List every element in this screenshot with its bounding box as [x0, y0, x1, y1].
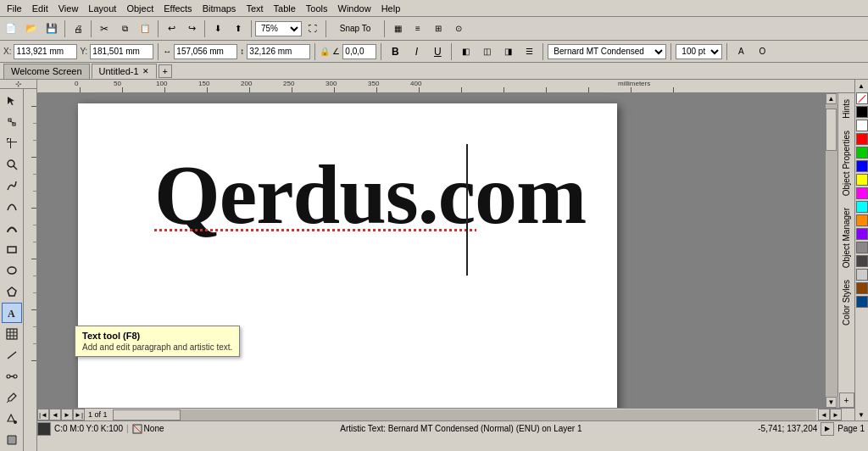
- width-input[interactable]: [174, 44, 237, 59]
- paste-button[interactable]: 📋: [136, 19, 154, 38]
- import-button[interactable]: ⬇: [209, 19, 227, 38]
- height-input[interactable]: [247, 44, 310, 59]
- align-justify-button[interactable]: ☰: [520, 42, 538, 61]
- vertical-scrollbar[interactable]: ▲ ▼: [825, 93, 837, 408]
- bold-button[interactable]: B: [386, 42, 404, 61]
- next-page-button[interactable]: ►: [61, 409, 73, 420]
- color-styles-tab[interactable]: Color Styles: [839, 274, 854, 331]
- menu-help[interactable]: Help: [376, 2, 406, 15]
- menu-bitmaps[interactable]: Bitmaps: [198, 2, 242, 15]
- scroll-track-horizontal[interactable]: [113, 409, 816, 420]
- color-yellow[interactable]: [856, 174, 868, 186]
- color-none[interactable]: [856, 92, 868, 104]
- font-select[interactable]: Bernard MT Condensed: [548, 44, 666, 59]
- parallel-dimension-tool[interactable]: [2, 345, 22, 365]
- tab-untitled[interactable]: Untitled-1 ✕: [92, 64, 157, 79]
- scroll-down-button[interactable]: ▼: [826, 397, 837, 408]
- save-button[interactable]: 💾: [42, 19, 61, 38]
- color-magenta[interactable]: [856, 187, 868, 199]
- font-size-select[interactable]: 100 pt72 pt48 pt: [676, 44, 722, 59]
- italic-button[interactable]: I: [407, 42, 426, 61]
- zoom-tool[interactable]: [2, 154, 22, 175]
- scroll-track-vertical[interactable]: [826, 104, 837, 397]
- bezier-tool[interactable]: [2, 197, 22, 217]
- open-button[interactable]: 📂: [22, 19, 41, 38]
- menu-table[interactable]: Table: [269, 2, 301, 15]
- rectangle-tool[interactable]: [2, 239, 22, 259]
- underline-button[interactable]: U: [428, 42, 447, 61]
- scroll-thumb-horizontal[interactable]: [113, 409, 181, 420]
- scroll-up-button[interactable]: ▲: [826, 93, 837, 104]
- new-button[interactable]: 📄: [2, 19, 20, 38]
- fill-tool[interactable]: [2, 409, 22, 429]
- color-white[interactable]: [856, 120, 868, 131]
- status-info-button[interactable]: ▶: [821, 422, 834, 436]
- text-oval-button[interactable]: O: [753, 42, 771, 61]
- color-brown[interactable]: [856, 282, 868, 294]
- palette-scroll-down[interactable]: ▼: [855, 409, 867, 420]
- menu-tools[interactable]: Tools: [301, 2, 333, 15]
- palette-scroll-up[interactable]: ▲: [855, 80, 867, 92]
- smart-fill-tool[interactable]: [2, 430, 22, 450]
- eyedropper-tool[interactable]: [2, 387, 22, 408]
- node-tool[interactable]: [2, 112, 22, 132]
- text-tool[interactable]: A: [2, 303, 22, 323]
- color-red[interactable]: [856, 133, 868, 145]
- color-purple[interactable]: [856, 228, 868, 240]
- color-green[interactable]: [856, 147, 868, 159]
- object-manager-tab[interactable]: Object Manager: [839, 202, 854, 274]
- print-button[interactable]: 🖨: [69, 19, 87, 38]
- color-orange[interactable]: [856, 214, 868, 226]
- tab-welcome[interactable]: Welcome Screen: [3, 64, 90, 79]
- menu-view[interactable]: View: [53, 2, 84, 15]
- cut-button[interactable]: ✂: [95, 19, 114, 38]
- expand-panel-button[interactable]: +: [839, 393, 854, 408]
- color-navy[interactable]: [856, 296, 868, 308]
- tab-close-icon[interactable]: ✕: [142, 67, 149, 75]
- tab-add-button[interactable]: +: [159, 64, 172, 78]
- menu-edit[interactable]: Edit: [27, 2, 53, 15]
- color-black[interactable]: [856, 106, 868, 118]
- angle-input[interactable]: [342, 44, 376, 59]
- char-formatting-button[interactable]: A: [732, 42, 750, 61]
- menu-object[interactable]: Object: [121, 2, 159, 15]
- table-tool[interactable]: [2, 324, 22, 344]
- scroll-left-button[interactable]: ◄: [818, 409, 830, 420]
- export-button[interactable]: ⬆: [229, 19, 248, 38]
- align-right-button[interactable]: ◨: [498, 42, 517, 61]
- application-launcher[interactable]: ⊙: [449, 19, 468, 38]
- menu-file[interactable]: File: [2, 2, 27, 15]
- menu-window[interactable]: Window: [333, 2, 376, 15]
- x-input[interactable]: [14, 44, 77, 59]
- connector-tool[interactable]: [2, 366, 22, 387]
- freehand-tool[interactable]: [2, 175, 22, 196]
- scroll-thumb-vertical[interactable]: [826, 109, 837, 151]
- ellipse-tool[interactable]: [2, 260, 22, 281]
- polygon-tool[interactable]: [2, 281, 22, 302]
- color-lightgray[interactable]: [856, 269, 868, 281]
- align-left-button[interactable]: ◧: [456, 42, 475, 61]
- color-gray[interactable]: [856, 242, 868, 253]
- menu-layout[interactable]: Layout: [83, 2, 121, 15]
- select-tool[interactable]: [2, 91, 22, 111]
- menu-text[interactable]: Text: [241, 2, 268, 15]
- undo-button[interactable]: ↩: [162, 19, 181, 38]
- y-input[interactable]: [90, 44, 153, 59]
- view-btn-3[interactable]: ⊞: [429, 19, 448, 38]
- redo-button[interactable]: ↪: [182, 19, 201, 38]
- object-properties-tab[interactable]: Object Properties: [839, 125, 854, 202]
- scroll-right-button[interactable]: ►: [830, 409, 842, 420]
- last-page-button[interactable]: ►|: [73, 409, 85, 420]
- horizontal-scrollbar[interactable]: |◄ ◄ ► ►| 1 of 1 ◄ ►: [37, 408, 854, 420]
- color-blue[interactable]: [856, 160, 868, 172]
- menu-effects[interactable]: Effects: [159, 2, 197, 15]
- view-btn-2[interactable]: ≡: [409, 19, 427, 38]
- artmedia-tool[interactable]: [2, 218, 22, 238]
- zoom-full-button[interactable]: ⛶: [303, 19, 322, 38]
- zoom-select[interactable]: 75%50%100%150%: [255, 21, 302, 36]
- crop-tool[interactable]: [2, 133, 22, 153]
- copy-button[interactable]: ⧉: [115, 19, 134, 38]
- color-cyan[interactable]: [856, 201, 868, 213]
- hints-tab[interactable]: Hints: [839, 93, 854, 125]
- align-center-button[interactable]: ◫: [477, 42, 496, 61]
